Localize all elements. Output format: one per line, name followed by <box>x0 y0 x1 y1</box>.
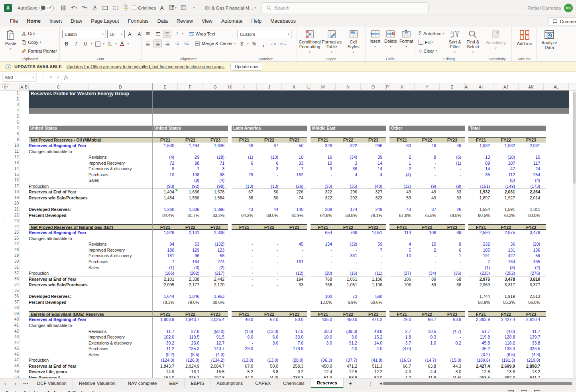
column-header-O[interactable]: O <box>361 83 386 91</box>
cell[interactable]: - <box>257 346 282 352</box>
sheet-list-button[interactable]: ••• <box>21 378 31 388</box>
cell[interactable]: 1,106 <box>361 282 386 288</box>
cell[interactable]: 768 <box>311 282 336 288</box>
sheet-tab-capex[interactable]: CAPEX <box>249 378 277 388</box>
cell[interactable]: 2,095 <box>153 282 178 288</box>
cell[interactable]: 50 <box>282 143 307 149</box>
cell[interactable]: 2,031 <box>493 189 519 195</box>
cell[interactable]: 35 <box>468 172 493 178</box>
cell[interactable]: - <box>389 177 415 183</box>
row-label[interactable]: Developed Reserves: <box>29 207 153 213</box>
cell[interactable]: (0.2) <box>153 352 178 358</box>
cell[interactable]: 59 <box>519 253 544 259</box>
cell[interactable]: 10.0 <box>311 334 336 340</box>
column-header-F[interactable]: F <box>178 83 203 91</box>
document-name-menu[interactable]: Oil & Gas Financial M...▾ <box>205 6 256 10</box>
cell[interactable]: (4.7) <box>440 329 465 335</box>
cell[interactable]: 80.0% <box>203 299 228 305</box>
cell[interactable]: 4.0 <box>361 346 386 352</box>
row-label[interactable]: Reserves w/o Sale/Purchases <box>29 282 153 288</box>
cell[interactable]: 2,594 <box>468 230 493 236</box>
cell[interactable]: - <box>311 259 336 265</box>
cell[interactable]: - <box>415 160 440 166</box>
cell[interactable]: 51.3 <box>311 375 336 378</box>
cell[interactable]: (4.3) <box>203 352 228 358</box>
column-header-C[interactable]: C <box>29 83 88 91</box>
cell[interactable]: (13) <box>257 154 282 160</box>
cell[interactable]: 3 <box>203 166 228 172</box>
vertical-scrollbar-thumb[interactable] <box>573 92 576 184</box>
cell[interactable]: - <box>282 265 307 271</box>
row-header-32[interactable]: 32 <box>5 270 19 276</box>
cell[interactable]: 89 <box>468 160 493 166</box>
cell[interactable]: 382.3 <box>493 375 519 378</box>
cell[interactable]: 139.7 <box>519 334 544 340</box>
cell[interactable]: 3,377 <box>519 282 544 288</box>
cell[interactable]: 119.5 <box>178 334 203 340</box>
cell[interactable]: - <box>336 247 361 253</box>
cell[interactable]: 39.2 <box>153 340 178 346</box>
row-header-13[interactable]: 13 <box>5 160 19 166</box>
cell[interactable]: 84.4% <box>153 213 178 219</box>
column-header-I[interactable]: I <box>232 83 257 91</box>
cell[interactable]: 511.7 <box>519 375 544 378</box>
cancel-entry-icon[interactable]: × <box>49 75 52 80</box>
cell[interactable]: 327 <box>361 189 386 195</box>
font-button[interactable]: A <box>157 3 166 13</box>
cell[interactable]: - <box>440 177 465 183</box>
tab-options-button[interactable]: ⋮ <box>368 378 373 388</box>
cell[interactable]: 331 <box>336 253 361 259</box>
cell[interactable]: (1) <box>440 160 465 166</box>
cell[interactable]: 450.0 <box>336 317 361 323</box>
cell[interactable]: 2 <box>389 154 415 160</box>
cell[interactable]: 152 <box>282 172 307 178</box>
cell[interactable]: 53 <box>178 241 203 247</box>
cell[interactable]: 96 <box>178 253 203 259</box>
cell[interactable]: - <box>232 340 257 346</box>
cell[interactable]: 106 <box>415 230 440 236</box>
cell[interactable]: (6) <box>440 154 465 160</box>
gridlines-checkbox[interactable]: Gridlines <box>132 6 156 10</box>
cell[interactable]: 1,843.7 <box>178 317 203 323</box>
pivot-table-button[interactable] <box>179 3 188 13</box>
borders-button[interactable] <box>94 40 102 48</box>
cell[interactable]: 98 <box>178 160 203 166</box>
cell[interactable]: 292 <box>336 195 361 201</box>
cell[interactable]: (8.5) <box>493 352 519 358</box>
row-header-50[interactable]: 50 <box>5 375 19 378</box>
row-header-7[interactable]: 7 <box>5 125 19 131</box>
cell[interactable]: 232 <box>468 241 493 247</box>
cell[interactable]: 1,744 <box>468 294 493 299</box>
cell[interactable]: 118.2 <box>493 340 519 346</box>
cell[interactable]: - <box>282 294 307 299</box>
cell[interactable]: 61.9% <box>282 213 307 219</box>
cell[interactable]: 3.0 <box>440 369 465 375</box>
cell[interactable]: - <box>232 294 257 299</box>
decrease-indent-button[interactable] <box>173 39 181 47</box>
cell[interactable]: 3,810 <box>519 276 544 282</box>
cell[interactable]: 2,898.7 <box>519 363 544 369</box>
cell[interactable]: 15 <box>519 154 544 160</box>
cell[interactable]: 3.8 <box>257 369 282 375</box>
shape-rectangle-icon[interactable] <box>101 3 110 13</box>
row-header-39[interactable]: 39 <box>5 311 19 317</box>
cell[interactable]: (4.5) <box>440 375 465 378</box>
cell[interactable]: 106 <box>389 276 415 282</box>
cell[interactable]: 4.0 <box>389 369 415 375</box>
page-layout-view-button[interactable] <box>521 390 527 392</box>
cell[interactable]: 249 <box>361 207 386 213</box>
cell[interactable]: 91.5 <box>203 334 228 340</box>
cell[interactable]: 50 <box>257 189 282 195</box>
increase-decimal-button[interactable]: ←.0 <box>269 40 277 48</box>
cell[interactable]: 39 <box>361 154 386 160</box>
autosave-control[interactable]: AutoSave Off <box>18 5 54 11</box>
cell[interactable]: 13.6 <box>493 369 519 375</box>
bold-button[interactable]: B <box>62 40 71 48</box>
cell[interactable]: - <box>336 352 361 358</box>
cell[interactable]: (8.5) <box>178 352 203 358</box>
cell[interactable]: 119.8 <box>468 334 493 340</box>
cell[interactable]: 9 <box>153 166 178 172</box>
cell[interactable]: 33 <box>282 282 307 288</box>
cell[interactable]: 91.2 <box>336 340 361 346</box>
insert-function-icon[interactable]: fx <box>64 74 68 81</box>
